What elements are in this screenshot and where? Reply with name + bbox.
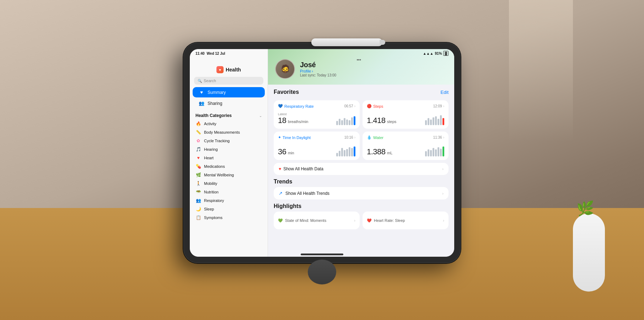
- category-cycle-tracking[interactable]: ✿ Cycle Tracking: [190, 137, 268, 145]
- highlight-state-of-mind[interactable]: 💚 State of Mind: Moments ›: [274, 212, 360, 229]
- respiratory-sublabel: Latest: [278, 112, 308, 116]
- user-avatar[interactable]: 🧔: [275, 59, 295, 79]
- plant-decoration: 🌿: [576, 200, 594, 217]
- chart-bar: [341, 120, 343, 125]
- category-respiratory[interactable]: 👥 Respiratory: [190, 196, 268, 205]
- respiratory-rate-time: 06:57: [344, 104, 353, 108]
- status-bar: 11:40 Wed 12 Jul ▲▲▲ 91% ▓: [190, 49, 454, 58]
- steps-label: Steps: [373, 104, 383, 108]
- search-box[interactable]: 🔍 Search: [194, 77, 263, 85]
- respiratory-rate-card[interactable]: 💙 Respiratory Rate 06:57 › La: [274, 100, 360, 129]
- daylight-icon: ✦: [278, 135, 281, 140]
- cycle-tracking-label: Cycle Tracking: [204, 139, 230, 143]
- apple-pencil: [311, 38, 382, 46]
- category-symptoms[interactable]: 📋 Symptoms: [190, 213, 268, 222]
- category-mental-wellbeing[interactable]: 🌿 Mental Wellbeing: [190, 171, 268, 179]
- category-mobility[interactable]: 🚶 Mobility: [190, 179, 268, 188]
- search-icon: 🔍: [198, 79, 202, 83]
- respiratory-chart: [336, 114, 355, 125]
- heart-icon: ♥: [195, 155, 201, 160]
- category-hearing[interactable]: 🎵 Hearing: [190, 145, 268, 154]
- categories-chevron[interactable]: ⌄: [259, 114, 262, 118]
- state-of-mind-label: State of Mind: Moments: [285, 218, 326, 223]
- nav-item-summary[interactable]: ♥ Summary: [193, 87, 265, 97]
- respiratory-card-header: 💙 Respiratory Rate 06:57 ›: [278, 104, 355, 108]
- time-in-daylight-card[interactable]: ✦ Time In Daylight 10:16 › 36: [274, 132, 360, 160]
- sleep-icon: 🌙: [195, 207, 201, 212]
- body-measurements-icon: 📏: [195, 130, 201, 135]
- ipad-container: 11:40 Wed 12 Jul ▲▲▲ 91% ▓ ♥: [183, 43, 461, 263]
- app-title: Health: [226, 67, 241, 73]
- hearing-icon: 🎵: [195, 147, 201, 152]
- search-placeholder: Search: [204, 79, 216, 83]
- daylight-unit: min: [288, 151, 294, 155]
- activity-icon: 🔥: [195, 121, 201, 126]
- category-heart[interactable]: ♥ Heart: [190, 154, 268, 162]
- category-activity[interactable]: 🔥 Activity: [190, 119, 268, 128]
- cycle-tracking-icon: ✿: [195, 138, 201, 143]
- respiratory-chevron-icon: ›: [354, 104, 355, 108]
- status-time: 11:40: [195, 52, 205, 55]
- summary-icon: ♥: [198, 90, 205, 95]
- daylight-card-header: ✦ Time In Daylight 10:16 ›: [278, 135, 355, 140]
- chart-bar: [336, 121, 338, 125]
- water-card[interactable]: 💧 Water 11:36 › 1.388: [363, 132, 449, 160]
- steps-chart: [425, 114, 444, 125]
- edit-button[interactable]: Edit: [441, 90, 449, 95]
- water-chart: [425, 146, 444, 156]
- respiratory-rate-icon: 💙: [278, 104, 283, 108]
- category-body-measurements[interactable]: 📏 Body Measurements: [190, 128, 268, 137]
- nav-summary-label: Summary: [208, 90, 226, 95]
- daylight-value: 36: [278, 147, 286, 156]
- nav-item-sharing[interactable]: 👥 Sharing: [193, 98, 265, 108]
- highlights-heading: Highlights: [274, 203, 449, 209]
- category-sleep[interactable]: 🌙 Sleep: [190, 205, 268, 213]
- highlight-heart-rate-sleep[interactable]: ❤️ Heart Rate: Sleep ›: [363, 212, 449, 229]
- steps-value: 1.418: [367, 116, 386, 125]
- daylight-label: Time In Daylight: [283, 135, 311, 140]
- chart-bar: [339, 119, 340, 125]
- heart-rate-sleep-label: Heart Rate: Sleep: [374, 218, 405, 223]
- profile-link[interactable]: Profile ›: [300, 69, 447, 73]
- chart-bar-accent: [354, 116, 355, 125]
- steps-unit: steps: [387, 119, 396, 124]
- battery-icon: ▓: [443, 51, 449, 56]
- water-time: 11:36: [433, 135, 442, 139]
- symptoms-label: Symptoms: [204, 215, 222, 220]
- trends-heading: Trends: [274, 178, 449, 185]
- respiratory-value: 18: [278, 116, 286, 125]
- sleep-label: Sleep: [204, 207, 214, 211]
- show-all-health-label: Show All Health Data: [283, 166, 323, 171]
- body-measurements-label: Body Measurements: [204, 130, 240, 134]
- ipad-body: 11:40 Wed 12 Jul ▲▲▲ 91% ▓ ♥: [183, 43, 461, 263]
- water-card-header: 💧 Water 11:36 ›: [367, 135, 444, 140]
- mobility-icon: 🚶: [195, 181, 201, 186]
- categories-list: 🔥 Activity 📏 Body Measurements ✿ Cycle T…: [190, 119, 268, 222]
- daylight-time: 10:16: [344, 135, 353, 139]
- main-content: ••• 🧔 José Profile › Last sync: Today 13…: [268, 49, 454, 257]
- speaker-object: [573, 213, 605, 292]
- health-categories-title: Health Categories: [195, 113, 232, 118]
- show-all-trends-row[interactable]: ↗ Show All Health Trends ›: [274, 187, 449, 199]
- more-dots-icon[interactable]: •••: [356, 58, 361, 63]
- respiratory-label: Respiratory: [204, 198, 224, 203]
- steps-card[interactable]: 🔴 Steps 12:09 › 1.418: [363, 100, 449, 129]
- show-all-health-data-row[interactable]: ♥ Show All Health Data ›: [274, 163, 449, 175]
- medications-label: Medications: [204, 164, 225, 169]
- respiratory-rate-label: Respiratory Rate: [284, 104, 314, 108]
- favorites-row: Favorites Edit: [274, 89, 449, 95]
- category-medications[interactable]: 💊 Medications: [190, 162, 268, 171]
- medications-icon: 💊: [195, 164, 201, 169]
- profile-name: José: [300, 61, 447, 69]
- steps-icon: 🔴: [367, 104, 372, 108]
- wifi-icon: ▲▲▲: [423, 52, 434, 55]
- steps-card-header: 🔴 Steps 12:09 ›: [367, 104, 444, 108]
- category-nutrition[interactable]: 🥗 Nutrition: [190, 188, 268, 196]
- sidebar-header: ♥ Health: [190, 63, 268, 75]
- status-right: ▲▲▲ 91% ▓: [423, 51, 449, 56]
- daylight-chart: [336, 146, 355, 156]
- steps-time: 12:09: [433, 104, 442, 108]
- chart-bar: [344, 118, 345, 125]
- favorites-section-header: Favorites Edit: [268, 85, 454, 97]
- show-all-chevron-icon: ›: [442, 167, 444, 171]
